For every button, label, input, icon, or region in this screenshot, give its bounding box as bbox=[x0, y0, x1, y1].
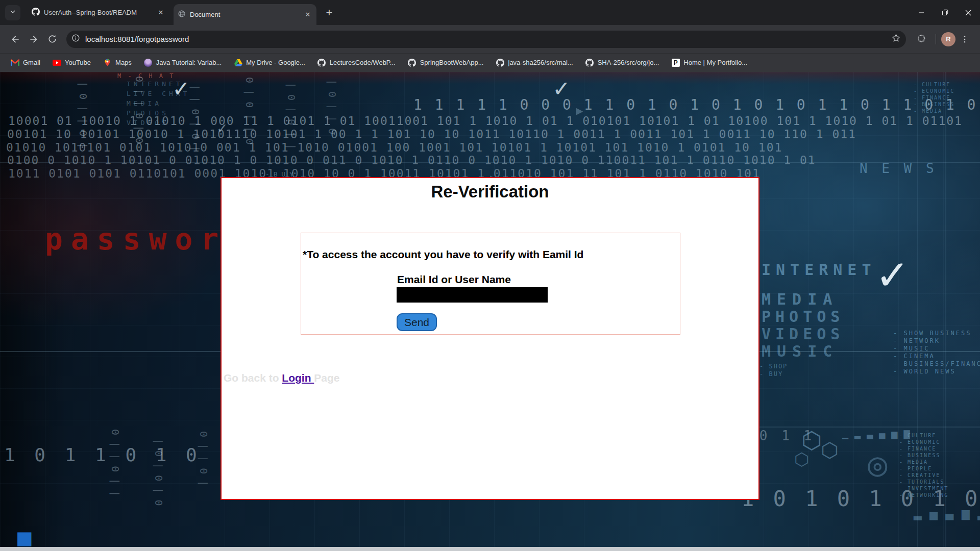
go-back-suffix: Page bbox=[314, 372, 339, 384]
bg-word: VIDEOS bbox=[762, 326, 844, 342]
tab-title: UserAuth--Spring-Boot/READM bbox=[44, 9, 152, 16]
bg-binary-col: | 0 | 0 | 0 bbox=[153, 438, 164, 506]
bg-checkmark: ✓ bbox=[217, 120, 227, 136]
bg-binary-col: | 0 | 0 | | bbox=[286, 82, 297, 149]
extensions-button[interactable] bbox=[912, 30, 930, 48]
bg-binary-col: 0 | | 0 | bbox=[198, 431, 209, 486]
login-link[interactable]: Login bbox=[282, 372, 314, 384]
verification-notice: *To access the account you have to verif… bbox=[303, 248, 583, 261]
bg-word-list: - SHOP - BUY bbox=[760, 363, 788, 378]
bookmark-maps[interactable]: Maps bbox=[100, 57, 135, 68]
tab-close-icon[interactable]: ✕ bbox=[156, 8, 165, 17]
youtube-icon bbox=[53, 58, 61, 67]
bookmark-label: SpringBootWebApp... bbox=[420, 59, 484, 66]
bg-hexagon: ⬡ bbox=[821, 439, 839, 461]
go-back-prefix: Go back to bbox=[224, 372, 282, 384]
bg-line bbox=[945, 72, 946, 547]
bg-binary-col: | | 0 | 0 | bbox=[190, 84, 201, 152]
chevron-down-icon bbox=[9, 8, 17, 18]
close-window-button[interactable] bbox=[957, 0, 980, 25]
p-favicon: P bbox=[671, 58, 680, 67]
verification-box: *To access the account you have to verif… bbox=[301, 233, 680, 335]
bookmark-java-tutorial[interactable]: Java Tutorial: Variab... bbox=[140, 57, 225, 68]
bookmark-gmail[interactable]: Gmail bbox=[7, 57, 44, 68]
site-info-icon[interactable] bbox=[71, 34, 80, 44]
tab-useraut-spring-boot[interactable]: UserAuth--Spring-Boot/READM ✕ bbox=[28, 0, 169, 25]
tab-close-icon[interactable]: ✕ bbox=[303, 10, 312, 19]
email-field-label: Email Id or User Name bbox=[397, 273, 511, 286]
bookmark-label: Maps bbox=[115, 59, 132, 66]
github-icon bbox=[408, 58, 416, 67]
globe-icon bbox=[178, 10, 186, 19]
reload-icon bbox=[47, 34, 57, 44]
bookmark-star-icon[interactable] bbox=[891, 33, 901, 45]
bookmark-sha-256[interactable]: SHA-256/src/org/jo... bbox=[582, 57, 663, 68]
tab-search-button[interactable] bbox=[5, 5, 20, 20]
bg-word-list: - CULTURE - ECONOMIC - FINANCE - BUSINES… bbox=[914, 81, 954, 114]
menu-button[interactable] bbox=[955, 30, 974, 48]
bookmarks-bar: Gmail YouTube Maps Java Tutorial: Variab… bbox=[0, 53, 980, 72]
bg-binary-col: 0 | 0 | | 0 bbox=[244, 77, 255, 144]
bg-word: MEDIA bbox=[762, 291, 838, 308]
minimize-button[interactable] bbox=[910, 0, 933, 25]
bg-binary-col: | 0 | | 0 bbox=[327, 79, 337, 134]
profile-avatar[interactable]: R bbox=[941, 32, 955, 46]
bg-binary-col: | 0 | | 0 | bbox=[78, 81, 88, 148]
bookmark-springbootwebapp[interactable]: SpringBootWebApp... bbox=[404, 57, 487, 68]
toolbar-divider bbox=[936, 34, 936, 44]
bg-line bbox=[917, 72, 918, 547]
page-viewport: 1 1 1 1 1 0 0 0 1 1 0 1 0 1 0 1 0 1 0 1 … bbox=[0, 72, 980, 547]
url-text: localhost:8081/forgotpassword bbox=[85, 35, 891, 43]
bg-word: INTERNET bbox=[762, 262, 876, 278]
back-icon bbox=[10, 34, 20, 44]
gmail-icon bbox=[11, 58, 19, 67]
email-input[interactable] bbox=[397, 287, 548, 303]
bg-binary-row: 01010 1010101 0101 101010 001 1 101 1010… bbox=[6, 141, 782, 154]
bookmark-label: Java Tutorial: Variab... bbox=[156, 59, 222, 66]
github-icon bbox=[496, 58, 505, 67]
bookmark-label: LecturesCode/WebP... bbox=[330, 59, 396, 66]
bg-binary-row: 1 0 1 1 0 1 0 bbox=[4, 445, 201, 465]
window-controls bbox=[910, 0, 980, 25]
send-button[interactable]: Send bbox=[397, 313, 437, 331]
new-tab-button[interactable]: + bbox=[322, 5, 337, 20]
tab-document[interactable]: Document ✕ bbox=[174, 4, 316, 25]
browser-toolbar: localhost:8081/forgotpassword R bbox=[0, 25, 980, 53]
drive-icon bbox=[234, 58, 242, 67]
github-icon bbox=[32, 8, 40, 17]
bottom-scrollbar[interactable] bbox=[0, 547, 980, 551]
bookmark-label: YouTube bbox=[65, 59, 91, 66]
bookmark-label: Gmail bbox=[23, 59, 40, 66]
avatar-favicon bbox=[144, 58, 153, 67]
bg-hexagon: ⬡ bbox=[794, 450, 810, 469]
bg-checkmark: ✓ bbox=[878, 249, 906, 299]
kebab-menu-icon bbox=[960, 35, 969, 44]
bg-binary-row: 1 1 1 1 1 0 0 0 1 1 0 1 0 1 0 1 0 1 0 1 … bbox=[413, 97, 980, 112]
forward-icon bbox=[29, 34, 39, 44]
address-bar[interactable]: localhost:8081/forgotpassword bbox=[66, 31, 906, 48]
reload-button[interactable] bbox=[43, 30, 61, 48]
bookmark-my-drive[interactable]: My Drive - Google... bbox=[230, 57, 309, 68]
toolbar-right: R bbox=[912, 30, 974, 48]
bg-checkmark: ✓ bbox=[554, 75, 569, 101]
bookmark-youtube[interactable]: YouTube bbox=[49, 57, 94, 68]
reverification-card: Re-Verification *To access the account y… bbox=[220, 177, 760, 500]
bg-blue-square: ■ bbox=[17, 525, 32, 547]
bookmark-label: java-sha256/src/mai... bbox=[508, 59, 573, 66]
bg-triangle: ▶ bbox=[576, 105, 583, 117]
forward-button[interactable] bbox=[24, 30, 43, 48]
bg-line bbox=[0, 162, 980, 163]
bookmark-label: My Drive - Google... bbox=[246, 59, 305, 66]
bg-checkmark: ✓ bbox=[174, 75, 188, 101]
github-icon bbox=[585, 58, 594, 67]
back-button[interactable] bbox=[6, 30, 24, 48]
bg-equalizer-bars: ▂ ▄ ▃ ▅ ▂ ▃ ▅ bbox=[914, 506, 980, 519]
bookmark-portfolio[interactable]: P Home | My Portfoilo... bbox=[668, 57, 751, 68]
tab-title: Document bbox=[190, 11, 299, 18]
bg-word-list: - CULTURE - ECONOMIC - FINANCE - BUSINES… bbox=[899, 432, 948, 498]
maximize-button[interactable] bbox=[933, 0, 957, 25]
bookmark-java-sha256[interactable]: java-sha256/src/mai... bbox=[493, 57, 577, 68]
go-back-line: Go back to Login Page bbox=[224, 372, 340, 384]
bookmark-lecturescode[interactable]: LecturesCode/WebP... bbox=[314, 57, 399, 68]
bg-word-list: - SHOW BUSINESS - NETWORK - MUSIC - CINE… bbox=[893, 330, 980, 375]
